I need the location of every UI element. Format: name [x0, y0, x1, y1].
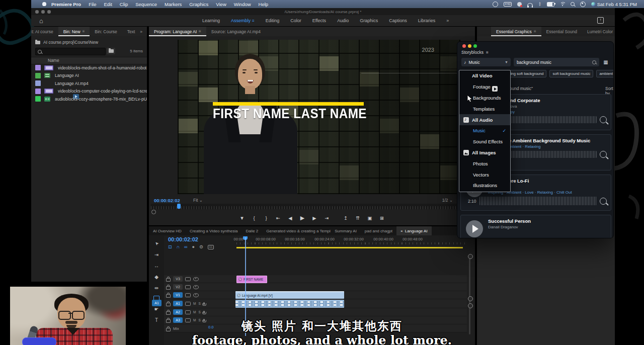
label-color-swatch[interactable]	[35, 96, 41, 102]
dropdown-item-sound-effects[interactable]: Sound Effects	[459, 136, 510, 147]
track-header-v3[interactable]: V3	[166, 275, 199, 283]
dropdown-item-illustrations[interactable]: Illustrations	[459, 180, 510, 191]
captions-icon[interactable]: CC	[208, 245, 214, 249]
apple-icon[interactable]	[42, 2, 46, 6]
tab-project-ai-course[interactable]: Project: AI course	[31, 27, 58, 36]
sequence-tab[interactable]: pad and chagpt	[361, 229, 396, 233]
find-similar-icon[interactable]	[600, 151, 607, 158]
media-type-select[interactable]: ♪ Music ▼	[461, 58, 511, 66]
timeline-timecode[interactable]: 00:00:02:02	[168, 236, 198, 242]
clip-language-ai-video[interactable]: fx Language AI.mp4 [V]	[235, 291, 344, 299]
workspace-tab-editing[interactable]: Editing	[266, 18, 280, 23]
suggestion-chip[interactable]: ambient	[596, 70, 614, 77]
find-similar-icon[interactable]	[600, 198, 607, 205]
mute-button[interactable]: M	[193, 310, 196, 314]
program-video-frame[interactable]: 2023 FIRST NAME LAST NAME	[178, 40, 460, 194]
music-result-item[interactable]: Successful Person Danail Draganov	[460, 215, 611, 238]
mark-in-button[interactable]: {	[252, 215, 257, 221]
tab-essential-graphics[interactable]: Essential Graphics≡	[491, 27, 541, 36]
new-bin-button[interactable]	[107, 48, 115, 54]
go-to-out-button[interactable]: ⇥	[324, 215, 329, 221]
view-toggle-icon[interactable]: ▦	[602, 58, 609, 66]
tab-bin-course[interactable]: Bin: Course	[90, 27, 122, 36]
program-timecode[interactable]: 00:00:02:02	[154, 198, 180, 203]
tab-program-monitor[interactable]: Program: Language AI≡	[149, 27, 206, 36]
zoom-window-button[interactable]	[473, 44, 477, 48]
dropdown-item-footage[interactable]: Footage	[459, 81, 510, 93]
bluetooth-icon[interactable]: ᛒ	[538, 2, 541, 7]
tab-text[interactable]: Text	[122, 27, 140, 36]
lock-icon[interactable]	[166, 294, 171, 298]
track-visibility-icon[interactable]	[193, 285, 199, 289]
workspace-tab-graphics[interactable]: Graphics	[360, 18, 378, 23]
dropdown-item-all-audio[interactable]: All Audio	[459, 114, 510, 125]
step-back-button[interactable]: ◀	[288, 215, 293, 221]
battery-icon[interactable]	[547, 2, 554, 7]
timeline-settings-icon[interactable]: ⚙	[199, 244, 203, 249]
track-header-a1[interactable]: A1 M S	[166, 300, 205, 307]
track-visibility-icon[interactable]	[193, 277, 199, 281]
project-list-header[interactable]: Name	[31, 57, 147, 64]
solo-button[interactable]: S	[198, 302, 200, 305]
panel-menu-icon[interactable]: ≡	[199, 29, 201, 34]
menu-file[interactable]: File	[89, 2, 96, 7]
snap-icon[interactable]: ∩	[177, 244, 180, 249]
label-color-swatch[interactable]	[35, 65, 41, 70]
add-marker-icon[interactable]: ●	[192, 244, 194, 249]
storyblocks-tab[interactable]: Storyblocks≡	[461, 50, 489, 55]
menu-help[interactable]: Help	[259, 2, 269, 7]
workspace-tab-libraries[interactable]: Libraries	[418, 18, 436, 23]
panel-menu-icon[interactable]: ≡	[252, 19, 255, 23]
spotlight-icon[interactable]	[571, 2, 575, 6]
close-tab-icon[interactable]: ×	[400, 229, 403, 233]
source-patch-a1[interactable]: A1	[152, 300, 162, 306]
breadcrumb[interactable]: AI course.prproj\Course\New	[35, 40, 98, 45]
wifi-icon[interactable]	[560, 2, 565, 6]
track-header-v2[interactable]: V2	[166, 283, 199, 291]
lock-icon[interactable]	[166, 278, 171, 282]
sequence-tab[interactable]: Summary AI	[331, 229, 361, 233]
project-row[interactable]: videoblocks-computer-code-playing-on-lcd…	[31, 88, 147, 96]
record-status-icon[interactable]	[517, 2, 522, 7]
sync-lock-icon[interactable]	[185, 310, 191, 314]
menu-clip[interactable]: Clip	[120, 2, 128, 7]
close-window-button[interactable]	[462, 44, 466, 48]
scrub-zoom-handle[interactable]	[151, 210, 156, 214]
add-marker-button[interactable]: ▼	[239, 215, 245, 221]
scroll-knob[interactable]	[468, 303, 473, 308]
lift-button[interactable]: ↥	[343, 215, 348, 221]
dropdown-item-all-video[interactable]: All Video	[459, 70, 510, 81]
track-select-tool[interactable]: ⇥	[153, 251, 160, 258]
tab-essential-sound[interactable]: Essential Sound	[541, 27, 582, 36]
sync-lock-icon[interactable]	[185, 302, 191, 306]
find-similar-icon[interactable]	[600, 116, 607, 123]
label-color-swatch[interactable]	[35, 73, 41, 78]
workspace-tab-color[interactable]: Color	[290, 18, 301, 23]
menu-sequence[interactable]: Sequence	[135, 2, 157, 7]
panel-menu-icon[interactable]: ≡	[83, 29, 85, 34]
program-playhead[interactable]	[177, 204, 181, 209]
workspace-tab-effects[interactable]: Effects	[312, 18, 326, 23]
sync-lock-icon[interactable]	[185, 293, 191, 297]
tab-lumetri-color[interactable]: Lumetri Color	[582, 27, 615, 36]
sync-lock-icon[interactable]	[185, 285, 191, 289]
lock-icon[interactable]	[166, 286, 171, 290]
play-icon[interactable]	[466, 220, 483, 237]
dropdown-item-all-images[interactable]: All Images	[459, 147, 510, 158]
slip-tool[interactable]: ⇹	[153, 285, 160, 291]
minimize-window-button[interactable]	[468, 44, 471, 48]
share-export-icon[interactable]: ↑	[597, 17, 604, 24]
lock-icon[interactable]	[166, 303, 171, 306]
playback-resolution-select[interactable]: 1/2 ⌄	[442, 198, 453, 203]
solo-button[interactable]: S	[198, 310, 200, 314]
headphones-icon[interactable]	[527, 3, 533, 7]
menu-edit[interactable]: Edit	[104, 2, 112, 7]
menu-premiere-pro[interactable]: Premiere Pro	[51, 2, 81, 7]
workspace-overflow-chevron[interactable]: »	[446, 18, 449, 23]
panel-tabs-overflow-chevron[interactable]: »	[140, 29, 147, 34]
selection-tool[interactable]: ➤	[151, 239, 161, 248]
scroll-knob[interactable]	[468, 254, 473, 259]
workspace-tab-audio[interactable]: Audio	[337, 18, 349, 23]
track-header-v1[interactable]: V1	[166, 291, 199, 299]
workspace-tab-learning[interactable]: Learning	[202, 18, 220, 23]
